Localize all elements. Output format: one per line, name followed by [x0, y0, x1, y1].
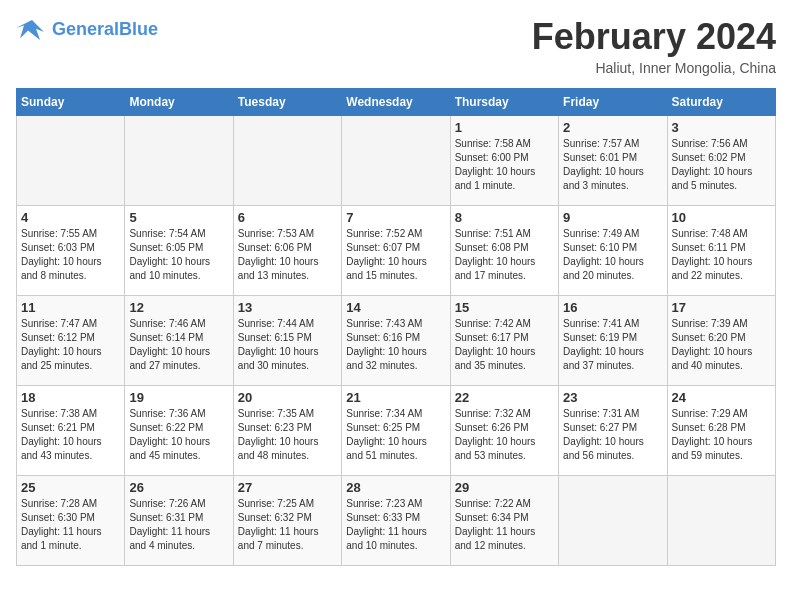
calendar-cell: 11Sunrise: 7:47 AM Sunset: 6:12 PM Dayli…: [17, 296, 125, 386]
day-number: 8: [455, 210, 554, 225]
day-number: 13: [238, 300, 337, 315]
calendar-cell: 1Sunrise: 7:58 AM Sunset: 6:00 PM Daylig…: [450, 116, 558, 206]
calendar-cell: 5Sunrise: 7:54 AM Sunset: 6:05 PM Daylig…: [125, 206, 233, 296]
calendar-week-row: 11Sunrise: 7:47 AM Sunset: 6:12 PM Dayli…: [17, 296, 776, 386]
day-info: Sunrise: 7:38 AM Sunset: 6:21 PM Dayligh…: [21, 407, 120, 463]
calendar-cell: 22Sunrise: 7:32 AM Sunset: 6:26 PM Dayli…: [450, 386, 558, 476]
day-number: 14: [346, 300, 445, 315]
day-info: Sunrise: 7:23 AM Sunset: 6:33 PM Dayligh…: [346, 497, 445, 553]
day-info: Sunrise: 7:41 AM Sunset: 6:19 PM Dayligh…: [563, 317, 662, 373]
app-name: GeneralBlue: [52, 20, 158, 40]
calendar-cell: 25Sunrise: 7:28 AM Sunset: 6:30 PM Dayli…: [17, 476, 125, 566]
day-info: Sunrise: 7:46 AM Sunset: 6:14 PM Dayligh…: [129, 317, 228, 373]
calendar-week-row: 18Sunrise: 7:38 AM Sunset: 6:21 PM Dayli…: [17, 386, 776, 476]
app-logo: GeneralBlue: [16, 16, 158, 44]
calendar-cell: 12Sunrise: 7:46 AM Sunset: 6:14 PM Dayli…: [125, 296, 233, 386]
day-info: Sunrise: 7:36 AM Sunset: 6:22 PM Dayligh…: [129, 407, 228, 463]
calendar-cell: [17, 116, 125, 206]
calendar-cell: 29Sunrise: 7:22 AM Sunset: 6:34 PM Dayli…: [450, 476, 558, 566]
day-info: Sunrise: 7:56 AM Sunset: 6:02 PM Dayligh…: [672, 137, 771, 193]
day-info: Sunrise: 7:55 AM Sunset: 6:03 PM Dayligh…: [21, 227, 120, 283]
day-number: 17: [672, 300, 771, 315]
logo-icon: [16, 16, 48, 44]
calendar-cell: 28Sunrise: 7:23 AM Sunset: 6:33 PM Dayli…: [342, 476, 450, 566]
calendar-cell: 21Sunrise: 7:34 AM Sunset: 6:25 PM Dayli…: [342, 386, 450, 476]
weekday-header-wednesday: Wednesday: [342, 89, 450, 116]
weekday-header-monday: Monday: [125, 89, 233, 116]
day-number: 21: [346, 390, 445, 405]
day-info: Sunrise: 7:34 AM Sunset: 6:25 PM Dayligh…: [346, 407, 445, 463]
calendar-cell: 17Sunrise: 7:39 AM Sunset: 6:20 PM Dayli…: [667, 296, 775, 386]
day-number: 10: [672, 210, 771, 225]
weekday-header-saturday: Saturday: [667, 89, 775, 116]
calendar-cell: [233, 116, 341, 206]
title-block: February 2024 Haliut, Inner Mongolia, Ch…: [532, 16, 776, 76]
calendar-cell: [125, 116, 233, 206]
day-info: Sunrise: 7:25 AM Sunset: 6:32 PM Dayligh…: [238, 497, 337, 553]
day-number: 19: [129, 390, 228, 405]
calendar-cell: 20Sunrise: 7:35 AM Sunset: 6:23 PM Dayli…: [233, 386, 341, 476]
day-info: Sunrise: 7:47 AM Sunset: 6:12 PM Dayligh…: [21, 317, 120, 373]
page-header: GeneralBlue February 2024 Haliut, Inner …: [16, 16, 776, 76]
calendar-week-row: 4Sunrise: 7:55 AM Sunset: 6:03 PM Daylig…: [17, 206, 776, 296]
day-info: Sunrise: 7:53 AM Sunset: 6:06 PM Dayligh…: [238, 227, 337, 283]
day-info: Sunrise: 7:51 AM Sunset: 6:08 PM Dayligh…: [455, 227, 554, 283]
calendar-cell: 10Sunrise: 7:48 AM Sunset: 6:11 PM Dayli…: [667, 206, 775, 296]
day-number: 22: [455, 390, 554, 405]
calendar-cell: 15Sunrise: 7:42 AM Sunset: 6:17 PM Dayli…: [450, 296, 558, 386]
weekday-header-tuesday: Tuesday: [233, 89, 341, 116]
calendar-cell: 7Sunrise: 7:52 AM Sunset: 6:07 PM Daylig…: [342, 206, 450, 296]
day-number: 11: [21, 300, 120, 315]
day-info: Sunrise: 7:52 AM Sunset: 6:07 PM Dayligh…: [346, 227, 445, 283]
day-info: Sunrise: 7:32 AM Sunset: 6:26 PM Dayligh…: [455, 407, 554, 463]
day-info: Sunrise: 7:31 AM Sunset: 6:27 PM Dayligh…: [563, 407, 662, 463]
day-number: 4: [21, 210, 120, 225]
calendar-cell: 4Sunrise: 7:55 AM Sunset: 6:03 PM Daylig…: [17, 206, 125, 296]
svg-marker-0: [16, 20, 44, 40]
calendar-week-row: 25Sunrise: 7:28 AM Sunset: 6:30 PM Dayli…: [17, 476, 776, 566]
day-number: 12: [129, 300, 228, 315]
day-info: Sunrise: 7:39 AM Sunset: 6:20 PM Dayligh…: [672, 317, 771, 373]
calendar-cell: 3Sunrise: 7:56 AM Sunset: 6:02 PM Daylig…: [667, 116, 775, 206]
calendar-cell: 26Sunrise: 7:26 AM Sunset: 6:31 PM Dayli…: [125, 476, 233, 566]
month-title: February 2024: [532, 16, 776, 58]
day-number: 15: [455, 300, 554, 315]
weekday-header-friday: Friday: [559, 89, 667, 116]
day-info: Sunrise: 7:22 AM Sunset: 6:34 PM Dayligh…: [455, 497, 554, 553]
weekday-header-row: SundayMondayTuesdayWednesdayThursdayFrid…: [17, 89, 776, 116]
calendar-cell: 9Sunrise: 7:49 AM Sunset: 6:10 PM Daylig…: [559, 206, 667, 296]
day-info: Sunrise: 7:43 AM Sunset: 6:16 PM Dayligh…: [346, 317, 445, 373]
calendar-cell: 14Sunrise: 7:43 AM Sunset: 6:16 PM Dayli…: [342, 296, 450, 386]
day-number: 5: [129, 210, 228, 225]
calendar-cell: 13Sunrise: 7:44 AM Sunset: 6:15 PM Dayli…: [233, 296, 341, 386]
day-number: 29: [455, 480, 554, 495]
day-info: Sunrise: 7:57 AM Sunset: 6:01 PM Dayligh…: [563, 137, 662, 193]
day-number: 24: [672, 390, 771, 405]
location-text: Haliut, Inner Mongolia, China: [532, 60, 776, 76]
day-number: 18: [21, 390, 120, 405]
calendar-week-row: 1Sunrise: 7:58 AM Sunset: 6:00 PM Daylig…: [17, 116, 776, 206]
day-number: 26: [129, 480, 228, 495]
day-number: 3: [672, 120, 771, 135]
day-number: 16: [563, 300, 662, 315]
day-number: 2: [563, 120, 662, 135]
calendar-cell: 16Sunrise: 7:41 AM Sunset: 6:19 PM Dayli…: [559, 296, 667, 386]
day-number: 9: [563, 210, 662, 225]
calendar-cell: 2Sunrise: 7:57 AM Sunset: 6:01 PM Daylig…: [559, 116, 667, 206]
day-info: Sunrise: 7:58 AM Sunset: 6:00 PM Dayligh…: [455, 137, 554, 193]
calendar-cell: 19Sunrise: 7:36 AM Sunset: 6:22 PM Dayli…: [125, 386, 233, 476]
day-info: Sunrise: 7:48 AM Sunset: 6:11 PM Dayligh…: [672, 227, 771, 283]
calendar-table: SundayMondayTuesdayWednesdayThursdayFrid…: [16, 88, 776, 566]
day-info: Sunrise: 7:44 AM Sunset: 6:15 PM Dayligh…: [238, 317, 337, 373]
day-number: 23: [563, 390, 662, 405]
day-number: 6: [238, 210, 337, 225]
day-number: 25: [21, 480, 120, 495]
day-info: Sunrise: 7:26 AM Sunset: 6:31 PM Dayligh…: [129, 497, 228, 553]
calendar-cell: 24Sunrise: 7:29 AM Sunset: 6:28 PM Dayli…: [667, 386, 775, 476]
calendar-cell: [342, 116, 450, 206]
day-info: Sunrise: 7:29 AM Sunset: 6:28 PM Dayligh…: [672, 407, 771, 463]
calendar-cell: 18Sunrise: 7:38 AM Sunset: 6:21 PM Dayli…: [17, 386, 125, 476]
day-number: 20: [238, 390, 337, 405]
day-number: 7: [346, 210, 445, 225]
day-info: Sunrise: 7:35 AM Sunset: 6:23 PM Dayligh…: [238, 407, 337, 463]
